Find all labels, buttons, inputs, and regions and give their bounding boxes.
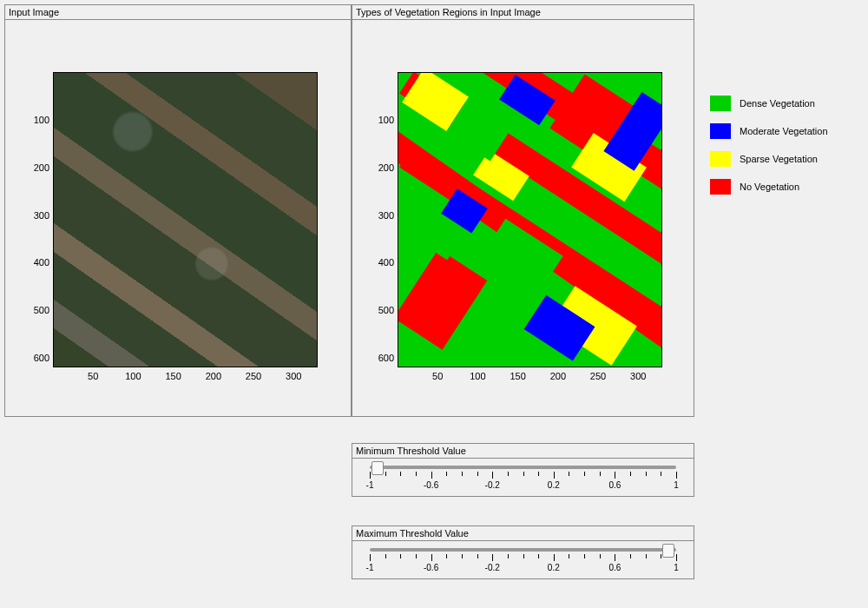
slider-tick-label: -1 (366, 563, 374, 572)
segmentation-panel: Types of Vegetation Regions in Input Ima… (352, 4, 694, 417)
x-tick-label: 150 (165, 371, 181, 381)
x-tick-label: 300 (630, 371, 646, 381)
y-tick-label: 600 (34, 353, 49, 363)
legend-swatch-moderate (710, 123, 731, 139)
segmentation-axes: 50100150200250300100200300400500600 (352, 20, 694, 415)
max-threshold-panel: Maximum Threshold Value -1-0.6-0.20.20.6… (352, 525, 694, 579)
x-tick-label: 100 (470, 371, 485, 381)
slider-tick-label: 1 (674, 480, 679, 490)
slider-tick-label: -0.6 (424, 563, 438, 572)
slider-tick-label: 0.2 (548, 563, 560, 572)
x-tick-label: 50 (432, 371, 443, 381)
slider-ticks: -1-0.6-0.20.20.61 (370, 472, 676, 493)
segmentation-title: Types of Vegetation Regions in Input Ima… (352, 5, 694, 20)
slider-tick-label: 1 (674, 563, 679, 572)
y-tick-label: 200 (34, 162, 49, 173)
slider-tick-label: -0.2 (485, 480, 500, 490)
x-tick-label: 100 (125, 371, 141, 381)
segmentation-image (398, 73, 661, 367)
x-tick-label: 250 (590, 371, 606, 381)
legend-label: Moderate Vegetation (740, 126, 828, 136)
legend-label: Sparse Vegetation (740, 154, 818, 164)
slider-ticks: -1-0.6-0.20.20.61 (370, 554, 676, 576)
y-tick-label: 100 (378, 115, 394, 125)
slider-tick-label: -1 (366, 480, 374, 490)
x-tick-label: 250 (246, 371, 261, 381)
y-tick-label: 300 (378, 210, 394, 221)
slider-tick-label: -0.2 (485, 563, 500, 572)
legend: Dense Vegetation Moderate Vegetation Spa… (710, 96, 858, 207)
x-tick-label: 200 (206, 371, 221, 381)
x-tick-label: 300 (286, 371, 301, 381)
y-tick-label: 600 (378, 353, 394, 363)
y-tick-label: 200 (378, 162, 394, 173)
legend-swatch-sparse (710, 151, 731, 167)
input-image-axes: 50100150200250300100200300400500600 (5, 20, 351, 415)
legend-item: Dense Vegetation (710, 96, 858, 111)
y-tick-label: 400 (34, 257, 49, 268)
y-tick-label: 400 (378, 257, 394, 268)
slider-track (370, 548, 676, 552)
x-tick-label: 50 (88, 371, 98, 381)
slider-tick-label: -0.6 (424, 480, 438, 490)
min-threshold-title: Minimum Threshold Value (352, 444, 694, 459)
legend-item: Sparse Vegetation (710, 151, 858, 167)
slider-tick-label: 0.6 (608, 480, 621, 490)
slider-tick-label: 0.6 (608, 563, 621, 572)
slider-track (370, 466, 676, 469)
max-threshold-slider[interactable]: -1-0.6-0.20.20.61 (352, 541, 694, 578)
y-tick-label: 500 (34, 305, 49, 315)
slider-tick-label: 0.2 (548, 480, 560, 490)
min-threshold-panel: Minimum Threshold Value -1-0.6-0.20.20.6… (352, 443, 694, 497)
y-tick-label: 500 (378, 305, 394, 315)
x-tick-label: 150 (510, 371, 525, 381)
input-image-panel: Input Image 5010015020025030010020030040… (4, 4, 352, 417)
legend-swatch-none (710, 179, 731, 195)
legend-label: Dense Vegetation (740, 98, 815, 109)
legend-swatch-dense (710, 96, 731, 111)
legend-item: No Vegetation (710, 179, 858, 195)
segmentation-plot (398, 72, 662, 367)
legend-item: Moderate Vegetation (710, 123, 858, 139)
input-image-title: Input Image (5, 5, 351, 20)
y-tick-label: 100 (34, 115, 49, 125)
min-threshold-slider[interactable]: -1-0.6-0.20.20.61 (352, 459, 694, 495)
y-tick-label: 300 (34, 210, 49, 221)
x-tick-label: 200 (550, 371, 566, 381)
legend-label: No Vegetation (740, 182, 799, 192)
max-threshold-title: Maximum Threshold Value (352, 526, 694, 541)
input-image-plot (53, 72, 318, 367)
aerial-image (54, 73, 317, 367)
